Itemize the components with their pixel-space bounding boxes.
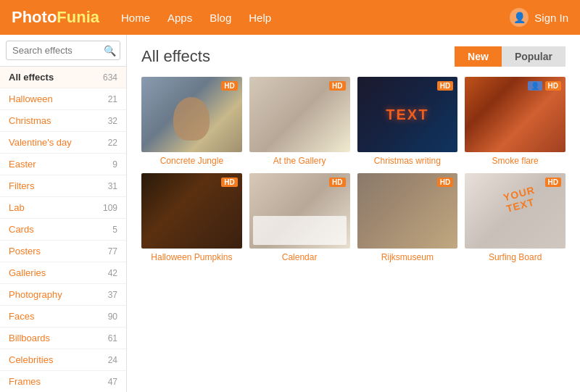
effect-thumb-christmas-writing: TEXT HD xyxy=(357,77,458,152)
main-nav: Home Apps Blog Help xyxy=(121,12,510,24)
search-icon[interactable]: 🔍 xyxy=(104,45,116,57)
sidebar-item-photography-label: Photography xyxy=(9,289,62,300)
main-header: All effects New Popular xyxy=(141,46,566,67)
filter-buttons: New Popular xyxy=(455,46,566,67)
sidebar-item-christmas-label: Christmas xyxy=(9,115,51,126)
sidebar-item-galleries[interactable]: Galleries 42 xyxy=(0,262,126,284)
sidebar-item-halloween[interactable]: Halloween 21 xyxy=(0,88,126,110)
sidebar-item-billboards-count: 61 xyxy=(108,333,117,343)
sidebar-item-billboards[interactable]: Billboards 61 xyxy=(0,328,126,349)
effect-card-rijksmuseum[interactable]: HD Rijksmuseum xyxy=(357,173,458,262)
hd-badge: HD xyxy=(221,81,237,91)
sidebar-item-posters[interactable]: Posters 77 xyxy=(0,241,126,262)
sidebar-item-all-count: 634 xyxy=(103,72,117,83)
hd-badge: HD xyxy=(329,81,345,91)
effect-thumb-calendar: HD xyxy=(249,173,350,249)
search-wrapper: 🔍 xyxy=(6,41,120,60)
effect-label-halloween-pumpkins: Halloween Pumpkins xyxy=(151,252,232,262)
page-layout: 🔍 All effects 634 Halloween 21 Christmas… xyxy=(0,35,580,392)
effect-card-smoke-flare[interactable]: HD 👤 Smoke flare xyxy=(465,77,566,166)
effect-thumb-halloween-pumpkins: HD xyxy=(141,173,242,249)
search-box: 🔍 xyxy=(0,35,126,67)
hd-badge: HD xyxy=(329,178,345,187)
logo[interactable]: PhotoFunia xyxy=(12,8,99,27)
sidebar-item-posters-count: 77 xyxy=(108,246,117,257)
sidebar-item-faces-label: Faces xyxy=(9,311,34,322)
nav-blog[interactable]: Blog xyxy=(210,12,231,24)
effect-label-rijksmuseum: Rijksmuseum xyxy=(381,252,434,262)
sidebar-item-photography[interactable]: Photography 37 xyxy=(0,284,126,306)
effect-label-at-the-gallery: At the Gallery xyxy=(273,156,326,166)
sidebar-item-valentines[interactable]: Valentine's day 22 xyxy=(0,132,126,154)
effect-thumb-surfing-board: YOURTEXT HD xyxy=(465,173,566,249)
signin-button[interactable]: Sign In xyxy=(534,12,568,24)
sidebar-item-easter-label: Easter xyxy=(9,159,36,170)
hd-badge: HD xyxy=(437,81,453,91)
hd-badge: HD xyxy=(221,178,237,187)
person-badge: 👤 xyxy=(528,81,542,91)
sidebar-item-frames-label: Frames xyxy=(9,376,41,387)
filter-new-button[interactable]: New xyxy=(455,46,502,67)
sidebar-item-lab-label: Lab xyxy=(9,202,25,213)
sidebar-item-halloween-label: Halloween xyxy=(9,93,53,104)
sidebar: 🔍 All effects 634 Halloween 21 Christmas… xyxy=(0,35,127,392)
header-right: 👤 Sign In xyxy=(510,8,568,27)
sidebar-item-all[interactable]: All effects 634 xyxy=(0,67,126,88)
sidebar-item-celebrities-label: Celebrities xyxy=(9,354,53,365)
effect-label-smoke-flare: Smoke flare xyxy=(492,156,539,166)
sidebar-item-valentines-count: 22 xyxy=(108,138,117,148)
sidebar-item-celebrities-count: 24 xyxy=(108,355,117,365)
hd-badge: HD xyxy=(545,178,561,187)
nav-home[interactable]: Home xyxy=(121,12,150,24)
sidebar-item-cards-label: Cards xyxy=(9,224,34,235)
hd-badge: HD xyxy=(545,81,561,91)
nav-apps[interactable]: Apps xyxy=(167,12,192,24)
header: PhotoFunia Home Apps Blog Help 👤 Sign In xyxy=(0,0,580,35)
effect-label-concrete-jungle: Concrete Jungle xyxy=(160,156,223,166)
sidebar-item-faces[interactable]: Faces 90 xyxy=(0,306,126,328)
effect-card-calendar[interactable]: HD Calendar xyxy=(249,173,350,262)
sidebar-item-billboards-label: Billboards xyxy=(9,333,50,343)
sidebar-item-lab-count: 109 xyxy=(103,203,117,213)
page-title: All effects xyxy=(141,47,210,66)
sidebar-item-faces-count: 90 xyxy=(108,312,117,322)
effect-card-christmas-writing[interactable]: TEXT HD Christmas writing xyxy=(357,77,458,166)
sidebar-item-galleries-label: Galleries xyxy=(9,267,46,278)
sidebar-item-galleries-count: 42 xyxy=(108,268,117,278)
sidebar-item-easter-count: 9 xyxy=(112,159,117,170)
sidebar-item-halloween-count: 21 xyxy=(108,94,117,104)
sidebar-item-filters[interactable]: Filters 31 xyxy=(0,175,126,197)
logo-photo: Photo xyxy=(12,8,57,27)
sidebar-item-celebrities[interactable]: Celebrities 24 xyxy=(0,349,126,371)
effect-card-at-the-gallery[interactable]: HD At the Gallery xyxy=(249,77,350,166)
effect-label-christmas-writing: Christmas writing xyxy=(374,156,441,166)
effect-thumb-rijksmuseum: HD xyxy=(357,173,458,249)
effect-card-concrete-jungle[interactable]: HD Concrete Jungle xyxy=(141,77,242,166)
sidebar-item-posters-label: Posters xyxy=(9,246,41,257)
effect-thumb-concrete-jungle: HD xyxy=(141,77,242,152)
sidebar-item-christmas-count: 32 xyxy=(108,116,117,126)
effect-label-surfing-board: Surfing Board xyxy=(489,252,542,262)
effect-label-calendar: Calendar xyxy=(282,252,318,262)
sidebar-item-all-label: All effects xyxy=(9,72,54,83)
sidebar-item-photography-count: 37 xyxy=(108,290,117,300)
sidebar-item-frames[interactable]: Frames 47 xyxy=(0,371,126,392)
effects-grid: HD Concrete Jungle HD At the Gallery TEX… xyxy=(141,77,566,262)
effect-card-surfing-board[interactable]: YOURTEXT HD Surfing Board xyxy=(465,173,566,262)
main-content: All effects New Popular HD Concrete Jung… xyxy=(127,35,580,392)
sidebar-item-cards-count: 5 xyxy=(112,225,117,235)
sidebar-item-christmas[interactable]: Christmas 32 xyxy=(0,110,126,132)
nav-help[interactable]: Help xyxy=(249,12,271,24)
sidebar-item-easter[interactable]: Easter 9 xyxy=(0,154,126,175)
sidebar-item-frames-count: 47 xyxy=(108,377,117,387)
effect-thumb-at-the-gallery: HD xyxy=(249,77,350,152)
sidebar-item-filters-count: 31 xyxy=(108,181,117,191)
effect-card-halloween-pumpkins[interactable]: HD Halloween Pumpkins xyxy=(141,173,242,262)
sidebar-item-lab[interactable]: Lab 109 xyxy=(0,197,126,219)
effect-thumb-smoke-flare: HD 👤 xyxy=(465,77,566,152)
user-avatar-icon: 👤 xyxy=(510,8,529,27)
logo-funia: Funia xyxy=(57,8,99,27)
filter-popular-button[interactable]: Popular xyxy=(502,46,566,67)
hd-badge: HD xyxy=(437,178,453,187)
sidebar-item-cards[interactable]: Cards 5 xyxy=(0,219,126,241)
